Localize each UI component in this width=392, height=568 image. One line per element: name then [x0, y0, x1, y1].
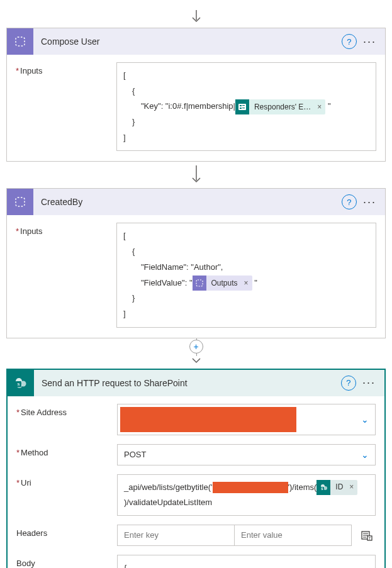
compose-small-icon — [193, 276, 206, 291]
svg-text:S: S — [18, 382, 20, 387]
header-value-input[interactable]: Enter value — [235, 525, 352, 546]
svg-rect-2 — [238, 104, 246, 110]
help-button[interactable]: ? — [342, 34, 357, 49]
compose-icon — [7, 28, 33, 55]
switch-to-text-mode-button[interactable]: T — [358, 526, 376, 544]
more-menu-button[interactable]: ··· — [360, 376, 378, 389]
svg-text:T: T — [369, 536, 371, 540]
token-remove-icon[interactable]: × — [348, 481, 357, 494]
uri-field[interactable]: _api/web/lists/getbytitle('')/items(SID×… — [117, 474, 376, 516]
label-headers: Headers — [16, 525, 117, 538]
svg-rect-9 — [196, 280, 203, 286]
card-header[interactable]: CreatedBy ? ··· — [7, 189, 385, 215]
label-method: Method — [16, 444, 117, 457]
header-key-input[interactable]: Enter key — [117, 525, 235, 546]
inputs-field[interactable]: [ { "Key": "i:0#.f|membership|Responders… — [116, 62, 376, 151]
card-title: Send an HTTP request to SharePoint — [34, 378, 341, 388]
card-title: CreatedBy — [33, 197, 342, 207]
more-menu-button[interactable]: ··· — [361, 35, 379, 48]
flow-arrow — [6, 162, 386, 188]
svg-rect-1 — [16, 37, 25, 46]
label-inputs: Inputs — [16, 62, 116, 75]
site-address-select[interactable]: ⌄ — [117, 404, 376, 435]
label-body: Body — [16, 555, 117, 568]
redacted-list-name — [213, 482, 288, 493]
token-responders-email[interactable]: Responders' E…× — [235, 99, 325, 114]
redacted-site-address — [120, 407, 296, 432]
token-outputs[interactable]: Outputs× — [193, 276, 252, 291]
help-button[interactable]: ? — [341, 376, 356, 391]
token-remove-icon[interactable]: × — [243, 276, 252, 291]
chevron-down-icon: ⌄ — [361, 415, 369, 425]
inputs-field[interactable]: [ { "FieldName": "Author", "FieldValue":… — [116, 223, 376, 327]
card-http-sharepoint: S Send an HTTP request to SharePoint ? ·… — [6, 369, 386, 568]
add-step: + — [6, 338, 386, 356]
sharepoint-small-icon: S — [316, 480, 330, 495]
label-uri: Uri — [16, 474, 117, 487]
more-menu-button[interactable]: ··· — [361, 196, 379, 209]
card-compose-user: Compose User ? ··· Inputs [ { "Key": "i:… — [6, 28, 386, 162]
flow-arrow — [6, 356, 386, 369]
method-select[interactable]: POST ⌄ — [117, 444, 376, 465]
forms-icon — [235, 99, 249, 114]
token-remove-icon[interactable]: × — [316, 100, 325, 114]
label-site-address: Site Address — [16, 404, 117, 417]
compose-icon — [7, 189, 33, 215]
add-step-button[interactable]: + — [189, 340, 203, 354]
body-field[interactable]: { "formValues":Outputs×, "bNewDocumentUp… — [117, 555, 376, 568]
label-inputs: Inputs — [16, 223, 116, 236]
token-id[interactable]: SID× — [316, 480, 357, 495]
card-header[interactable]: S Send an HTTP request to SharePoint ? ·… — [8, 370, 384, 396]
help-button[interactable]: ? — [342, 194, 357, 209]
svg-rect-8 — [16, 198, 25, 206]
flow-arrow — [6, 6, 386, 28]
card-header[interactable]: Compose User ? ··· — [7, 28, 385, 55]
svg-rect-4 — [242, 105, 245, 106]
card-createdby: CreatedBy ? ··· Inputs [ { "FieldName": … — [6, 188, 386, 338]
sharepoint-icon: S — [8, 370, 34, 396]
svg-rect-5 — [240, 108, 242, 109]
chevron-down-icon: ⌄ — [361, 450, 369, 460]
svg-rect-6 — [242, 108, 245, 108]
card-title: Compose User — [33, 36, 342, 47]
svg-rect-3 — [240, 105, 242, 106]
